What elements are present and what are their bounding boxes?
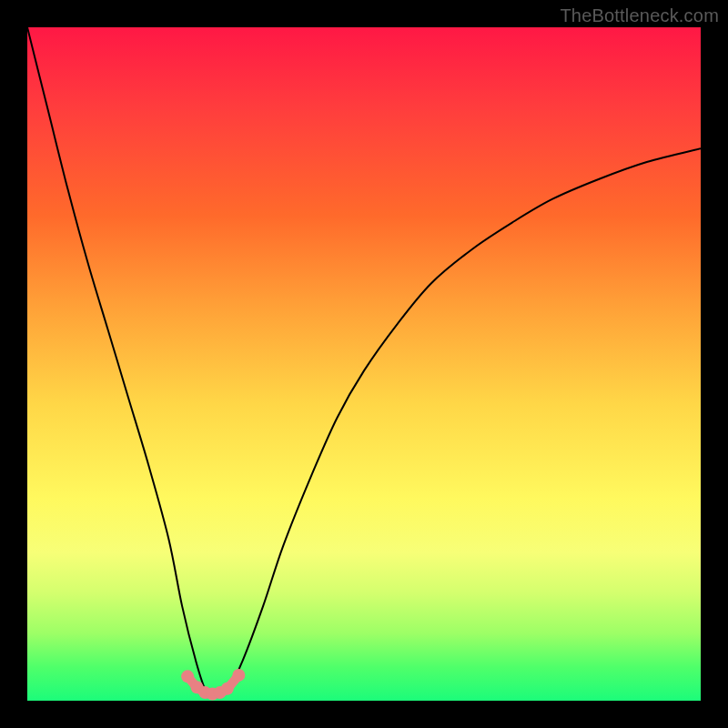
marker-dot	[181, 670, 194, 682]
chart-frame: TheBottleneck.com	[0, 0, 728, 728]
plot-area	[27, 27, 701, 701]
bottleneck-curve	[27, 27, 701, 697]
curve-svg	[27, 27, 701, 701]
attribution-text: TheBottleneck.com	[560, 5, 719, 26]
marker-dot	[221, 682, 234, 695]
marker-dot	[232, 669, 245, 682]
